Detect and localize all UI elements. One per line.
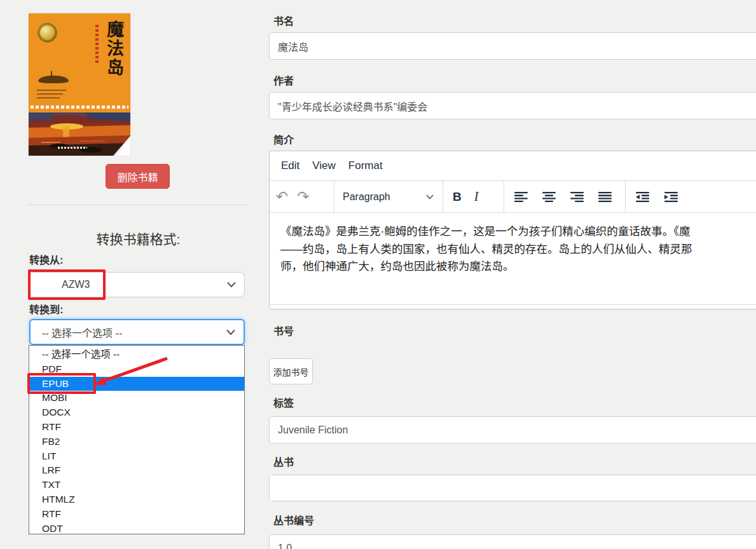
dropdown-option-placeholder[interactable]: -- 选择一个选项 -- bbox=[29, 348, 244, 362]
align-right-icon bbox=[570, 192, 584, 202]
dropdown-option-htmlz[interactable]: HTMLZ bbox=[29, 492, 244, 507]
series-label: 丛书 bbox=[273, 454, 294, 469]
identifiers-label: 书号 bbox=[273, 323, 294, 338]
convert-to-value: -- 选择一个选项 -- bbox=[31, 325, 122, 340]
convert-to-label: 转换到: bbox=[29, 301, 63, 316]
indent-icon bbox=[664, 192, 678, 202]
author-input[interactable] bbox=[269, 92, 756, 119]
dropdown-option-pdf[interactable]: PDF bbox=[29, 362, 244, 377]
justify-button[interactable] bbox=[598, 192, 612, 202]
undo-icon: ↶ bbox=[276, 189, 288, 204]
dropdown-option-odt[interactable]: ODT bbox=[29, 522, 244, 536]
cover-title: 魔法岛 bbox=[105, 20, 122, 78]
title-input[interactable] bbox=[269, 32, 756, 60]
cover-subtitle-strip bbox=[95, 25, 99, 64]
editor-menu-format[interactable]: Format bbox=[342, 157, 389, 175]
editor-menubar: Edit View Format bbox=[270, 151, 756, 181]
dropdown-option-lit[interactable]: LIT bbox=[29, 449, 244, 464]
align-center-button[interactable] bbox=[542, 192, 556, 202]
cover-medallion-icon bbox=[38, 23, 57, 43]
description-line: 《魔法岛》是弗兰克·鲍姆的佳作之一，这是一个为孩子们精心编织的童话故事。《魔 bbox=[280, 223, 756, 241]
divider bbox=[29, 205, 248, 205]
convert-format-heading: 转换书籍格式: bbox=[29, 229, 248, 248]
justify-icon bbox=[598, 192, 612, 202]
dropdown-option-rtf[interactable]: RTF bbox=[29, 420, 244, 435]
redo-button[interactable]: ↷ bbox=[297, 189, 309, 204]
dropdown-option-rtf2[interactable]: RTF bbox=[29, 507, 244, 522]
dropdown-option-docx[interactable]: DOCX bbox=[29, 405, 244, 420]
cover-fineprint-band bbox=[31, 105, 128, 109]
align-left-button[interactable] bbox=[514, 192, 528, 202]
editor-menu-edit[interactable]: Edit bbox=[275, 157, 306, 175]
series-index-label: 丛书编号 bbox=[273, 512, 314, 527]
bold-icon: B bbox=[453, 190, 462, 204]
dropdown-option-fb2[interactable]: FB2 bbox=[29, 435, 244, 449]
series-index-input[interactable] bbox=[269, 534, 756, 549]
convert-from-value: AZW3 bbox=[30, 279, 90, 290]
description-line: 师，他们神通广大，约岛也因此被称为魔法岛。 bbox=[280, 258, 756, 276]
tags-label: 标签 bbox=[273, 395, 294, 410]
description-editor: Edit View Format ↶ ↷ Paragraph B I bbox=[269, 151, 756, 309]
book-cover: 魔法岛 bbox=[29, 13, 130, 156]
chevron-down-icon bbox=[227, 282, 236, 288]
align-right-button[interactable] bbox=[570, 192, 584, 202]
convert-from-select[interactable]: AZW3 bbox=[29, 272, 245, 297]
italic-button[interactable]: I bbox=[474, 189, 479, 204]
indent-button[interactable] bbox=[664, 192, 678, 202]
edit-book-form: 书名 作者 简介 Edit View Format ↶ ↷ Paragraph … bbox=[269, 0, 756, 549]
dropdown-option-epub[interactable]: EPUB bbox=[29, 377, 244, 391]
description-label: 简介 bbox=[273, 132, 294, 147]
cover-text-line bbox=[37, 90, 66, 91]
series-input[interactable] bbox=[269, 475, 756, 501]
chevron-down-icon bbox=[226, 329, 235, 335]
outdent-icon bbox=[636, 192, 649, 202]
cover-art bbox=[29, 112, 130, 156]
bold-button[interactable]: B bbox=[453, 190, 462, 204]
dropdown-option-mobi[interactable]: MOBI bbox=[29, 391, 244, 405]
redo-icon: ↷ bbox=[297, 189, 309, 204]
align-left-icon bbox=[514, 192, 528, 202]
cover-ship-illustration bbox=[38, 76, 69, 83]
dropdown-option-lrf[interactable]: LRF bbox=[29, 463, 244, 478]
cover-publisher-text bbox=[58, 147, 87, 149]
cover-text-line bbox=[37, 97, 60, 98]
author-label: 作者 bbox=[273, 72, 294, 88]
editor-toolbar: ↶ ↷ Paragraph B I bbox=[270, 181, 756, 213]
convert-to-select[interactable]: -- 选择一个选项 -- bbox=[29, 319, 245, 345]
title-label: 书名 bbox=[273, 13, 294, 28]
paragraph-dropdown[interactable]: Paragraph bbox=[334, 181, 443, 212]
chevron-down-icon bbox=[426, 194, 434, 200]
description-line: ——约岛，岛上有人类的国家，也有仙人、精灵的存在。岛上的人们从仙人、精灵那 bbox=[280, 241, 756, 259]
paragraph-dropdown-label: Paragraph bbox=[343, 191, 390, 203]
italic-icon: I bbox=[474, 189, 479, 204]
editor-statusbar bbox=[270, 304, 756, 320]
description-content[interactable]: 《魔法岛》是弗兰克·鲍姆的佳作之一，这是一个为孩子们精心编织的童话故事。《魔 —… bbox=[270, 213, 756, 304]
tags-input[interactable] bbox=[269, 416, 756, 444]
cover-text-line bbox=[37, 93, 63, 95]
add-identifier-button[interactable]: 添加书号 bbox=[269, 358, 313, 384]
convert-from-label: 转换从: bbox=[29, 252, 63, 267]
outdent-button[interactable] bbox=[636, 192, 649, 202]
convert-to-dropdown: -- 选择一个选项 -- PDF EPUB MOBI DOCX RTF FB2 … bbox=[29, 345, 245, 534]
align-center-icon bbox=[542, 192, 556, 202]
delete-book-button[interactable]: 删除书籍 bbox=[106, 164, 170, 189]
dropdown-option-txt[interactable]: TXT bbox=[29, 478, 244, 492]
editor-menu-view[interactable]: View bbox=[306, 157, 342, 175]
undo-button[interactable]: ↶ bbox=[276, 189, 288, 204]
